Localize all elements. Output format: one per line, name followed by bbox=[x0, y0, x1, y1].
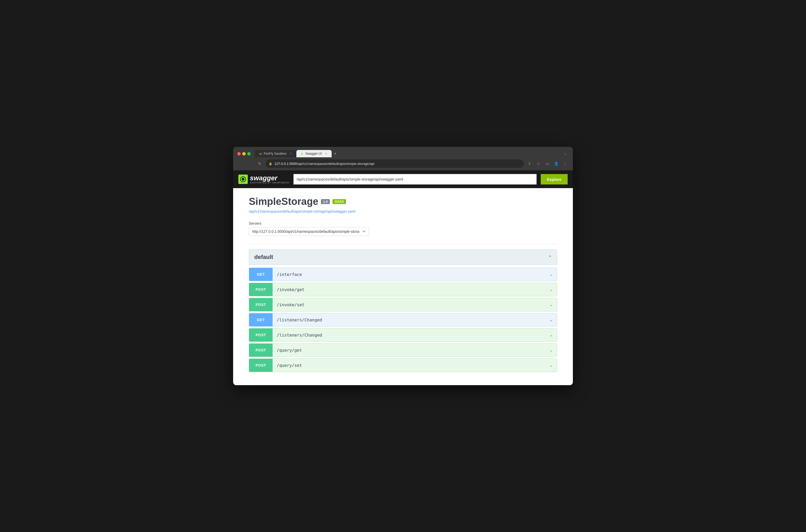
bookmark-icon[interactable]: ☆ bbox=[535, 160, 542, 167]
endpoint-path-5: /query/get bbox=[273, 348, 545, 353]
method-badge-6: POST bbox=[249, 359, 273, 372]
swagger-logo-sub: Supported by SMARTBEAR bbox=[250, 181, 289, 184]
oas-badge: OAS3 bbox=[333, 199, 346, 204]
endpoint-path-4: /listeners/Changed bbox=[273, 332, 545, 338]
api-link[interactable]: /api/v1/namespaces/default/apis/simple-s… bbox=[249, 209, 557, 213]
title-bar: 🦋 FireFly Sandbox ✕ ◉ Swagger UI ✕ + ⌄ bbox=[233, 147, 573, 157]
servers-section: Servers http://127.0.0.1:5000/api/v1/nam… bbox=[249, 221, 557, 236]
traffic-lights bbox=[237, 152, 251, 155]
close-button[interactable] bbox=[237, 152, 241, 155]
endpoint-chevron-3: ⌄ bbox=[545, 318, 557, 322]
endpoints-list: GET/interface⌄POST/invoke/get⌄POST/invok… bbox=[249, 265, 557, 375]
endpoint-path-2: /invoke/set bbox=[273, 302, 545, 307]
reload-button[interactable]: ↻ bbox=[256, 160, 263, 167]
swagger-logo-text: swagger Supported by SMARTBEAR bbox=[250, 174, 289, 184]
method-badge-2: POST bbox=[249, 298, 273, 311]
minimize-button[interactable] bbox=[242, 152, 246, 155]
new-tab-button[interactable]: + bbox=[332, 150, 339, 157]
swagger-favicon: ◉ bbox=[300, 152, 304, 155]
lock-icon: 🔒 bbox=[269, 162, 272, 165]
address-bar-row: ← → ↻ 🔒 127.0.0.1:5000/api/v1/namespaces… bbox=[233, 157, 573, 170]
endpoint-path-1: /invoke/get bbox=[273, 287, 545, 292]
endpoint-row-3[interactable]: GET/listeners/Changed⌄ bbox=[249, 313, 557, 327]
title-bar-top: 🦋 FireFly Sandbox ✕ ◉ Swagger UI ✕ + ⌄ bbox=[237, 150, 569, 157]
section-title: default bbox=[254, 254, 273, 261]
section-header-default[interactable]: default ⌃ bbox=[249, 249, 557, 265]
endpoint-chevron-4: ⌄ bbox=[545, 333, 557, 337]
endpoint-chevron-6: ⌄ bbox=[545, 363, 557, 367]
servers-select[interactable]: http://127.0.0.1:5000/api/v1/namespaces/… bbox=[249, 227, 369, 236]
profile-icon[interactable]: 👤 bbox=[552, 160, 560, 167]
endpoint-path-3: /listeners/Changed bbox=[273, 318, 545, 322]
swagger-logo: swagger Supported by SMARTBEAR bbox=[238, 174, 289, 184]
endpoint-chevron-5: ⌄ bbox=[545, 348, 557, 352]
swagger-container: swagger Supported by SMARTBEAR Explore S… bbox=[233, 170, 573, 385]
method-badge-0: GET bbox=[249, 268, 273, 281]
servers-wrapper: http://127.0.0.1:5000/api/v1/namespaces/… bbox=[249, 227, 369, 236]
method-badge-4: POST bbox=[249, 328, 273, 342]
version-badge: 1.0 bbox=[321, 199, 330, 204]
address-bar[interactable]: 🔒 127.0.0.1:5000/api/v1/namespaces/defau… bbox=[265, 159, 524, 168]
method-badge-5: POST bbox=[249, 344, 273, 357]
tab-swagger-label: Swagger UI bbox=[305, 152, 322, 155]
swagger-header: swagger Supported by SMARTBEAR Explore bbox=[233, 170, 573, 188]
endpoint-chevron-1: ⌄ bbox=[545, 287, 557, 291]
endpoint-chevron-0: ⌄ bbox=[545, 272, 557, 277]
address-text: 127.0.0.1:5000/api/v1/namespaces/default… bbox=[275, 162, 521, 166]
endpoint-row-1[interactable]: POST/invoke/get⌄ bbox=[249, 283, 557, 296]
tab-firefly-close[interactable]: ✕ bbox=[289, 152, 293, 155]
page-content: swagger Supported by SMARTBEAR Explore S… bbox=[233, 170, 573, 385]
tab-firefly[interactable]: 🦋 FireFly Sandbox ✕ bbox=[255, 150, 296, 157]
tab-more-button[interactable]: ⌄ bbox=[562, 151, 569, 156]
endpoint-row-4[interactable]: POST/listeners/Changed⌄ bbox=[249, 328, 557, 342]
tab-swagger-close[interactable]: ✕ bbox=[324, 152, 328, 155]
svg-point-2 bbox=[243, 178, 244, 178]
api-title-row: SimpleStorage 1.0 OAS3 bbox=[249, 196, 557, 207]
toolbar-icons: ⇧ ☆ ▭ 👤 ⋮ bbox=[526, 160, 569, 167]
share-icon[interactable]: ⇧ bbox=[526, 160, 533, 167]
tab-swagger[interactable]: ◉ Swagger UI ✕ bbox=[296, 150, 332, 157]
address-path: /api/v1/namespaces/default/apis/simple-s… bbox=[297, 162, 375, 166]
explore-button[interactable]: Explore bbox=[541, 174, 568, 185]
servers-label: Servers bbox=[249, 221, 557, 226]
swagger-url-bar[interactable] bbox=[294, 174, 537, 185]
swagger-url-input[interactable] bbox=[297, 177, 533, 181]
endpoint-row-0[interactable]: GET/interface⌄ bbox=[249, 268, 557, 281]
address-origin: 127.0.0.1:5000 bbox=[275, 162, 297, 166]
firefly-favicon: 🦋 bbox=[259, 152, 262, 155]
maximize-button[interactable] bbox=[247, 152, 251, 155]
menu-icon[interactable]: ⋮ bbox=[561, 160, 569, 167]
endpoint-chevron-2: ⌄ bbox=[545, 303, 557, 307]
back-button[interactable]: ← bbox=[237, 160, 245, 167]
swagger-logo-icon bbox=[238, 174, 248, 184]
method-badge-1: POST bbox=[249, 283, 273, 296]
endpoint-path-0: /interface bbox=[273, 272, 545, 277]
api-title: SimpleStorage bbox=[249, 196, 318, 207]
forward-button[interactable]: → bbox=[247, 160, 254, 167]
section-collapse-icon: ⌃ bbox=[548, 255, 552, 260]
endpoint-row-5[interactable]: POST/query/get⌄ bbox=[249, 343, 557, 357]
browser-window: 🦋 FireFly Sandbox ✕ ◉ Swagger UI ✕ + ⌄ ←… bbox=[233, 147, 573, 385]
method-badge-3: GET bbox=[249, 313, 273, 326]
endpoint-row-2[interactable]: POST/invoke/set⌄ bbox=[249, 298, 557, 311]
sidebar-icon[interactable]: ▭ bbox=[544, 160, 551, 167]
tab-firefly-label: FireFly Sandbox bbox=[264, 152, 286, 155]
endpoint-path-6: /query/set bbox=[273, 363, 545, 368]
swagger-body: SimpleStorage 1.0 OAS3 /api/v1/namespace… bbox=[233, 188, 573, 385]
endpoint-row-6[interactable]: POST/query/set⌄ bbox=[249, 359, 557, 372]
tabs-row: 🦋 FireFly Sandbox ✕ ◉ Swagger UI ✕ + ⌄ bbox=[255, 150, 569, 157]
swagger-logo-name: swagger bbox=[250, 174, 289, 181]
